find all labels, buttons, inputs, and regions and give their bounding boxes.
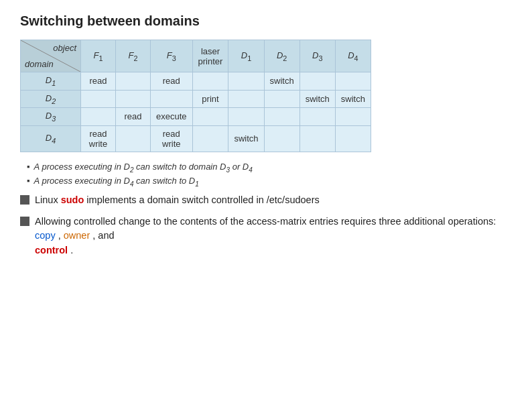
cell-d3-d2	[264, 108, 300, 126]
cell-d4-d4	[335, 125, 371, 152]
cell-d4-f2	[116, 125, 151, 152]
cell-d4-laser	[192, 125, 228, 152]
cell-d3-f1	[81, 108, 116, 126]
cell-d2-f1	[81, 90, 116, 108]
main-point-2: Allowing controlled change to the conten…	[20, 215, 512, 258]
cell-d3-d4	[335, 108, 371, 126]
copy-keyword: copy	[35, 230, 56, 241]
sub-bullet-1: A process executing in D2 can switch to …	[27, 162, 512, 174]
cell-d1-d1	[228, 72, 264, 91]
comma-1: ,	[58, 230, 64, 241]
cell-d1-d3	[300, 72, 335, 91]
cell-d1-f1: read	[81, 72, 116, 91]
cell-d2-d4: switch	[335, 90, 371, 108]
main-point-2-text: Allowing controlled change to the conten…	[35, 215, 512, 258]
period: .	[70, 245, 73, 255]
cell-d4-d1: switch	[228, 125, 264, 152]
sub-bullet-2-text: A process executing in D4 can switch to …	[34, 176, 199, 188]
sub-bullet-2: A process executing in D4 can switch to …	[27, 176, 512, 188]
sub-bullet-1-text: A process executing in D2 can switch to …	[34, 162, 253, 174]
cell-d2-laser: print	[192, 90, 228, 108]
col-header-f1: F1	[81, 40, 116, 72]
sub-bullets-section: A process executing in D2 can switch to …	[27, 162, 512, 188]
cell-d2-d2	[264, 90, 300, 108]
cell-d4-f3: readwrite	[151, 125, 193, 152]
col-header-f3: F3	[151, 40, 193, 72]
cell-d3-d3	[300, 108, 335, 126]
control-keyword: control	[35, 245, 68, 255]
cell-d4-d2	[264, 125, 300, 152]
cell-d3-f2: read	[116, 108, 151, 126]
cell-d3-d1	[228, 108, 264, 126]
header-diagonal-cell: object domain	[21, 40, 81, 72]
cell-d1-d2: switch	[264, 72, 300, 91]
cell-d1-laser	[192, 72, 228, 91]
cell-d1-f3: read	[151, 72, 193, 91]
cell-d4-d3	[300, 125, 335, 152]
cell-d1-d4	[335, 72, 371, 91]
sudo-keyword: sudo	[61, 194, 84, 205]
cell-d1-f2	[116, 72, 151, 91]
row-domain-d2: D2	[21, 90, 81, 108]
col-header-laser: laserprinter	[192, 40, 228, 72]
and-text: , and	[92, 230, 114, 241]
bullet-square-2	[20, 217, 29, 226]
main-point-1: Linux sudo implements a domain switch co…	[20, 193, 512, 208]
object-label: object	[53, 43, 76, 53]
cell-d3-laser	[192, 108, 228, 126]
page-title: Switching between domains	[20, 13, 512, 29]
row-domain-d3: D3	[21, 108, 81, 126]
bullet-square-1	[20, 195, 29, 205]
owner-keyword: owner	[64, 230, 90, 241]
cell-d4-f1: readwrite	[81, 125, 116, 152]
col-header-d1: D1	[228, 40, 264, 72]
main-point-1-text: Linux sudo implements a domain switch co…	[35, 193, 320, 208]
row-domain-d4: D4	[21, 125, 81, 152]
cell-d2-f3	[151, 90, 193, 108]
cell-d2-d3: switch	[300, 90, 335, 108]
cell-d2-f2	[116, 90, 151, 108]
cell-d3-f3: execute	[151, 108, 193, 126]
col-header-d4: D4	[335, 40, 371, 72]
domain-label: domain	[25, 59, 54, 69]
access-matrix-table: object domain F1 F2 F3 laserprinter D1 D…	[20, 40, 512, 152]
row-domain-d1: D1	[21, 72, 81, 91]
col-header-d3: D3	[300, 40, 335, 72]
cell-d2-d1	[228, 90, 264, 108]
col-header-d2: D2	[264, 40, 300, 72]
col-header-f2: F2	[116, 40, 151, 72]
